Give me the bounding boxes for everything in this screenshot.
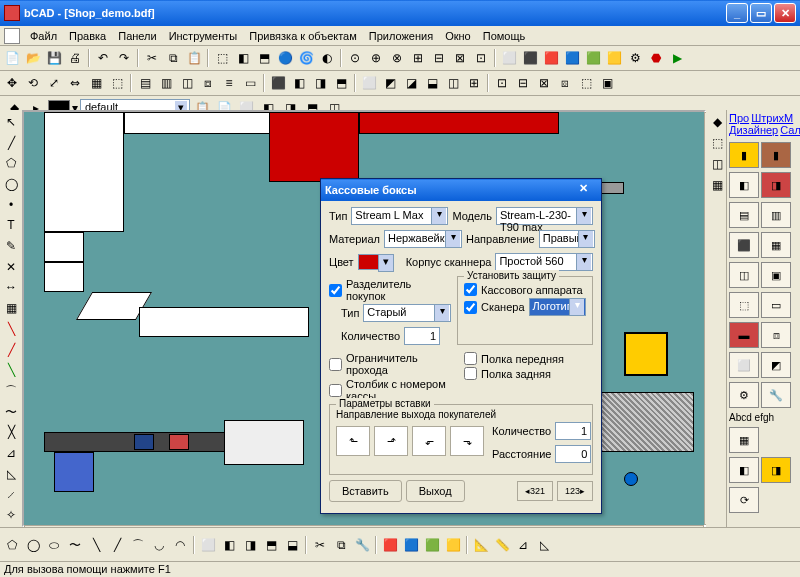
- dir-3-button[interactable]: ⬐: [412, 426, 446, 456]
- lt-la-icon[interactable]: ✧: [1, 505, 21, 525]
- t2-cube5-icon[interactable]: ◫: [443, 73, 463, 93]
- view-2-icon[interactable]: ⬛: [520, 48, 540, 68]
- minimize-button[interactable]: _: [726, 3, 748, 23]
- pal-15[interactable]: ⬜: [729, 352, 759, 378]
- t2-m2-icon[interactable]: ⊟: [513, 73, 533, 93]
- nav-next-button[interactable]: 123▸: [557, 481, 593, 501]
- protect-scanner-select[interactable]: Логотип: [529, 298, 586, 316]
- pal-17[interactable]: ⚙: [729, 382, 759, 408]
- t2-15-icon[interactable]: ◨: [310, 73, 330, 93]
- redo-icon[interactable]: ↷: [114, 48, 134, 68]
- link-stroke[interactable]: ШтрихМ: [751, 112, 793, 124]
- direction-select[interactable]: Правый: [539, 230, 595, 248]
- t2-m3-icon[interactable]: ⊠: [534, 73, 554, 93]
- pal-8[interactable]: ▦: [761, 232, 791, 258]
- pal-1[interactable]: ▮: [729, 142, 759, 168]
- t2-4-icon[interactable]: ⇔: [65, 73, 85, 93]
- link-pro[interactable]: Про: [729, 112, 749, 124]
- bt-10-icon[interactable]: ⬜: [198, 535, 218, 555]
- t2-8-icon[interactable]: ▥: [156, 73, 176, 93]
- lt-text-icon[interactable]: T: [1, 216, 21, 236]
- tool-b-icon[interactable]: ◧: [233, 48, 253, 68]
- cut-icon[interactable]: ✂: [142, 48, 162, 68]
- lt-select-icon[interactable]: ↖: [1, 112, 21, 132]
- dir-4-button[interactable]: ⬎: [450, 426, 484, 456]
- tool-a-icon[interactable]: ⬚: [212, 48, 232, 68]
- rt-2-icon[interactable]: ⬚: [707, 133, 727, 153]
- t2-6-icon[interactable]: ⬚: [107, 73, 127, 93]
- t2-10-icon[interactable]: ⧈: [198, 73, 218, 93]
- tool-d-icon[interactable]: 🔵: [275, 48, 295, 68]
- divider-qty-input[interactable]: [404, 327, 440, 345]
- bt-7-icon[interactable]: ⌒: [128, 535, 148, 555]
- lt-point-icon[interactable]: •: [1, 195, 21, 215]
- pal-10[interactable]: ▣: [761, 262, 791, 288]
- lt-l1-icon[interactable]: ╲: [1, 319, 21, 339]
- menu-snap[interactable]: Привязка к объектам: [243, 28, 363, 44]
- stop-icon[interactable]: ⬣: [646, 48, 666, 68]
- lt-l4-icon[interactable]: ⌒: [1, 381, 21, 401]
- limiter-checkbox[interactable]: [329, 358, 342, 371]
- t2-1-icon[interactable]: ✥: [2, 73, 22, 93]
- t2-2-icon[interactable]: ⟲: [23, 73, 43, 93]
- t2-cube3-icon[interactable]: ◪: [401, 73, 421, 93]
- t2-9-icon[interactable]: ◫: [177, 73, 197, 93]
- menu-apps[interactable]: Приложения: [363, 28, 439, 44]
- t2-12-icon[interactable]: ▭: [240, 73, 260, 93]
- bt-23-icon[interactable]: 📏: [492, 535, 512, 555]
- open-icon[interactable]: 📂: [23, 48, 43, 68]
- pal-18[interactable]: 🔧: [761, 382, 791, 408]
- protect-cash-checkbox[interactable]: [464, 283, 477, 296]
- go-icon[interactable]: ▶: [667, 48, 687, 68]
- doc-icon[interactable]: [4, 28, 20, 44]
- bt-9-icon[interactable]: ◠: [170, 535, 190, 555]
- t2-cube6-icon[interactable]: ⊞: [464, 73, 484, 93]
- protect-scanner-checkbox[interactable]: [464, 301, 477, 314]
- pal-20[interactable]: ◧: [729, 457, 759, 483]
- t2-m5-icon[interactable]: ⬚: [576, 73, 596, 93]
- shelf-front-checkbox[interactable]: [464, 352, 477, 365]
- snap-4-icon[interactable]: ⊞: [408, 48, 428, 68]
- view-1-icon[interactable]: ⬜: [499, 48, 519, 68]
- pal-9[interactable]: ◫: [729, 262, 759, 288]
- bt-3-icon[interactable]: ⬭: [44, 535, 64, 555]
- bt-6-icon[interactable]: ╱: [107, 535, 127, 555]
- nav-prev-button[interactable]: ◂321: [517, 481, 553, 501]
- t2-cube4-icon[interactable]: ⬓: [422, 73, 442, 93]
- bt-13-icon[interactable]: ⬒: [261, 535, 281, 555]
- column-checkbox[interactable]: [329, 384, 342, 397]
- pal-21[interactable]: ◨: [761, 457, 791, 483]
- pal-7[interactable]: ⬛: [729, 232, 759, 258]
- bt-21-icon[interactable]: 🟨: [443, 535, 463, 555]
- rt-1-icon[interactable]: ◆: [707, 112, 727, 132]
- bt-4-icon[interactable]: 〜: [65, 535, 85, 555]
- view-5-icon[interactable]: 🟩: [583, 48, 603, 68]
- pal-11[interactable]: ⬚: [729, 292, 759, 318]
- tool-f-icon[interactable]: ◐: [317, 48, 337, 68]
- maximize-button[interactable]: ▭: [750, 3, 772, 23]
- pal-4[interactable]: ◨: [761, 172, 791, 198]
- bt-8-icon[interactable]: ◡: [149, 535, 169, 555]
- lt-note-icon[interactable]: ✎: [1, 236, 21, 256]
- t2-5-icon[interactable]: ▦: [86, 73, 106, 93]
- bt-19-icon[interactable]: 🟦: [401, 535, 421, 555]
- view-3-icon[interactable]: 🟥: [541, 48, 561, 68]
- scanner-body-select[interactable]: Простой 560: [495, 253, 593, 271]
- exit-button[interactable]: Выход: [406, 480, 465, 502]
- bt-11-icon[interactable]: ◧: [219, 535, 239, 555]
- pal-6[interactable]: ▥: [761, 202, 791, 228]
- bt-25-icon[interactable]: ◺: [534, 535, 554, 555]
- lt-l3-icon[interactable]: ╲: [1, 360, 21, 380]
- snap-3-icon[interactable]: ⊗: [387, 48, 407, 68]
- save-icon[interactable]: 💾: [44, 48, 64, 68]
- t2-cube2-icon[interactable]: ◩: [380, 73, 400, 93]
- new-icon[interactable]: 📄: [2, 48, 22, 68]
- dist-input[interactable]: [555, 445, 591, 463]
- tool-e-icon[interactable]: 🌀: [296, 48, 316, 68]
- snap-5-icon[interactable]: ⊟: [429, 48, 449, 68]
- bt-5-icon[interactable]: ╲: [86, 535, 106, 555]
- undo-icon[interactable]: ↶: [93, 48, 113, 68]
- pal-22[interactable]: ⟳: [729, 487, 759, 513]
- divider-type-select[interactable]: Старый: [363, 304, 451, 322]
- dir-1-button[interactable]: ⬑: [336, 426, 370, 456]
